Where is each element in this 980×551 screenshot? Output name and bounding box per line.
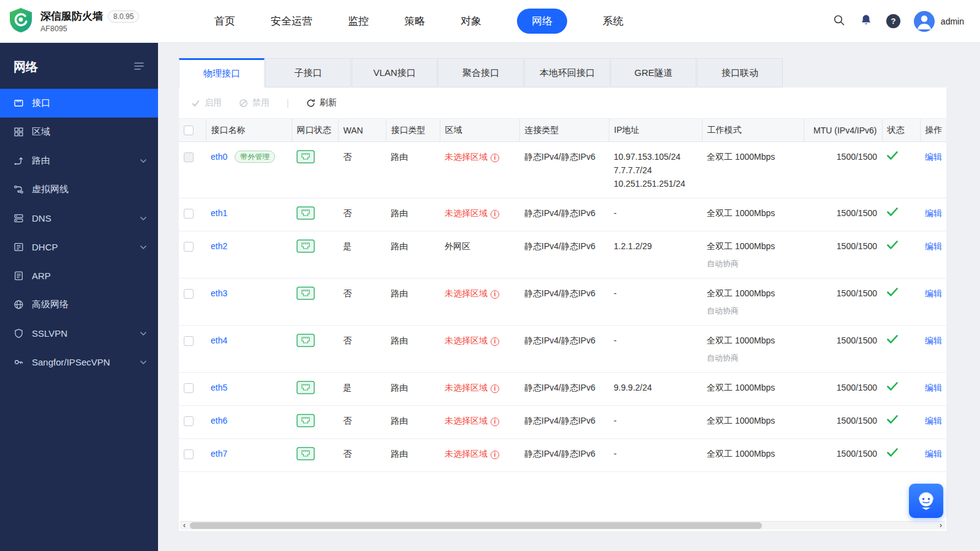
tab-sub-interface[interactable]: 子接口 — [265, 58, 351, 88]
table-toolbar: 启用 禁用 | 刷新 — [179, 88, 946, 118]
nav-item-objects[interactable]: 对象 — [461, 9, 481, 34]
zone-value: 未选择区域 — [445, 449, 488, 459]
interface-type-value: 路由 — [386, 406, 440, 439]
avatar[interactable] — [914, 11, 935, 32]
sidebar-item-advanced-network[interactable]: 高级网络 — [0, 290, 158, 319]
sidebar-item-dns[interactable]: DNS — [0, 204, 158, 233]
interface-name-link[interactable]: eth0 — [211, 152, 227, 162]
wan-value: 否 — [338, 439, 386, 472]
wan-value: 是 — [338, 373, 386, 406]
tab-interface-linkage[interactable]: 接口联动 — [697, 58, 783, 88]
scroll-left-arrow-icon[interactable]: ‹ — [180, 522, 189, 530]
status-ok-icon — [887, 383, 898, 392]
sidebar-item-arp[interactable]: ARP — [0, 261, 158, 290]
interface-name-link[interactable]: eth7 — [211, 449, 227, 459]
row-checkbox[interactable] — [184, 336, 194, 346]
edit-link[interactable]: 编辑 — [925, 335, 942, 345]
col-ip-address: IP地址 — [609, 119, 702, 142]
row-checkbox[interactable] — [184, 289, 194, 299]
sidebar-item-interface[interactable]: 接口 — [0, 89, 158, 118]
port-status-icon — [296, 156, 315, 165]
table-row: eth0 带外管理 否 路由 未选择区域i 静态IPv4/静态IPv6 10.9… — [179, 142, 946, 198]
edit-link[interactable]: 编辑 — [925, 416, 942, 425]
tab-gre-tunnel[interactable]: GRE隧道 — [611, 58, 696, 88]
row-checkbox[interactable] — [184, 242, 194, 252]
port-status-icon — [296, 245, 315, 255]
edit-link[interactable]: 编辑 — [925, 241, 942, 251]
interface-name-link[interactable]: eth2 — [211, 241, 227, 251]
assistant-button[interactable] — [909, 484, 943, 518]
interface-name-link[interactable]: eth3 — [211, 288, 227, 298]
tab-aggregate-interface[interactable]: 聚合接口 — [438, 58, 524, 88]
nav-item-home[interactable]: 首页 — [214, 9, 235, 34]
interface-name-link[interactable]: eth1 — [211, 208, 227, 218]
edit-link[interactable]: 编辑 — [925, 152, 942, 162]
nav-item-monitor[interactable]: 监控 — [348, 9, 369, 34]
help-icon[interactable]: ? — [886, 14, 900, 28]
interface-icon — [13, 98, 24, 108]
connection-type-value: 静态IPv4/静态IPv6 — [519, 142, 609, 198]
zone-alert-icon[interactable]: i — [491, 418, 499, 426]
nav-item-network[interactable]: 网络 — [517, 9, 567, 34]
edit-link[interactable]: 编辑 — [925, 208, 942, 218]
zone-alert-icon[interactable]: i — [491, 154, 499, 162]
zone-alert-icon[interactable]: i — [491, 451, 499, 459]
sidebar: 网络 接口 区域 路由 虚拟网线 — [0, 43, 158, 551]
edit-link[interactable]: 编辑 — [925, 449, 942, 459]
refresh-button[interactable]: 刷新 — [306, 97, 337, 108]
row-checkbox[interactable] — [184, 449, 194, 459]
row-checkbox[interactable] — [184, 209, 194, 219]
nav-item-policy[interactable]: 策略 — [404, 9, 425, 34]
username[interactable]: admin — [941, 17, 964, 26]
port-status-icon — [296, 419, 315, 429]
col-port-status: 网口状态 — [292, 119, 338, 142]
row-checkbox — [184, 152, 194, 162]
zone-alert-icon[interactable]: i — [491, 210, 499, 219]
sidebar-item-dhcp[interactable]: DHCP — [0, 233, 158, 261]
scroll-right-arrow-icon[interactable]: › — [937, 522, 945, 530]
nav-item-system[interactable]: 系统 — [603, 9, 624, 34]
zone-alert-icon[interactable]: i — [491, 384, 499, 393]
ip-address-cell: - — [609, 198, 702, 231]
work-mode-value: 全双工 1000Mbps — [702, 406, 804, 439]
screen: 深信服防火墙 8.0.95 AF8095 首页 安全运营 监控 策略 对象 网络… — [0, 0, 980, 551]
search-icon[interactable] — [832, 13, 846, 29]
scrollbar-thumb[interactable] — [190, 522, 762, 529]
notifications-bell-icon[interactable] — [859, 13, 873, 29]
sidebar-item-zone[interactable]: 区域 — [0, 118, 158, 146]
mtu-value: 1500/1500 — [804, 373, 882, 406]
zone-alert-icon[interactable]: i — [491, 290, 499, 299]
sidebar-item-virtual-wire[interactable]: 虚拟网线 — [0, 175, 158, 204]
zone-alert-icon[interactable]: i — [491, 337, 499, 346]
collapse-sidebar-icon[interactable] — [134, 61, 145, 73]
arp-icon — [13, 271, 24, 281]
zone-value: 未选择区域 — [445, 152, 488, 162]
tab-loopback-interface[interactable]: 本地环回接口 — [524, 58, 610, 88]
auto-negotiate-label: 自动协商 — [707, 351, 799, 365]
interface-name-link[interactable]: eth6 — [211, 416, 227, 425]
interface-name-link[interactable]: eth5 — [211, 383, 227, 392]
port-status-icon — [296, 386, 315, 396]
edit-link[interactable]: 编辑 — [925, 383, 942, 392]
chevron-down-icon — [140, 331, 147, 336]
edit-link[interactable]: 编辑 — [925, 288, 942, 298]
device-model: AF8095 — [40, 24, 139, 33]
row-checkbox[interactable] — [184, 383, 194, 393]
app-title: 深信服防火墙 — [40, 9, 103, 23]
chevron-down-icon — [140, 245, 147, 250]
horizontal-scrollbar[interactable]: ‹ › — [180, 521, 945, 530]
select-all-checkbox[interactable] — [184, 126, 194, 135]
wan-value: 否 — [338, 279, 386, 326]
tab-physical-interface[interactable]: 物理接口 — [179, 58, 265, 88]
interface-name-link[interactable]: eth4 — [211, 335, 227, 345]
sidebar-item-route[interactable]: 路由 — [0, 146, 158, 175]
interface-type-value: 路由 — [386, 142, 440, 198]
col-interface-type: 接口类型 — [386, 119, 440, 142]
row-checkbox[interactable] — [184, 416, 194, 426]
mtu-value: 1500/1500 — [804, 326, 882, 373]
ip-address-cell: - — [609, 406, 702, 439]
nav-item-security-ops[interactable]: 安全运营 — [271, 9, 312, 34]
sidebar-item-sslvpn[interactable]: SSLVPN — [0, 319, 158, 348]
sidebar-item-ipsecvpn[interactable]: Sangfor/IPSecVPN — [0, 348, 158, 377]
tab-vlan-interface[interactable]: VLAN接口 — [352, 58, 437, 88]
